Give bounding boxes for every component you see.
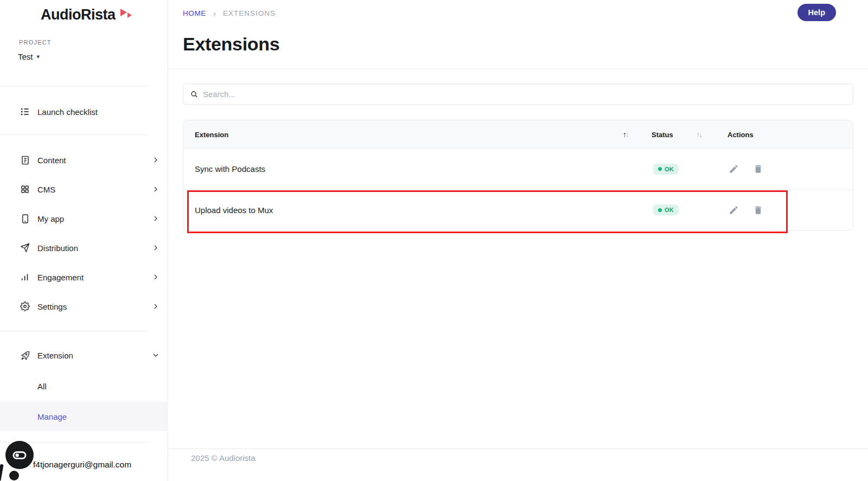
status-badge: OK	[653, 164, 679, 175]
app-logo: AudioRista	[41, 7, 116, 23]
sidebar: AudioRista PROJECT Test ▾ Launch checkli…	[0, 0, 168, 481]
sidebar-item-extension[interactable]: Extension	[0, 341, 168, 370]
sidebar-item-label: Launch checklist	[37, 107, 98, 117]
sidebar-item-label: All	[37, 382, 47, 391]
chevron-right-icon	[151, 302, 160, 311]
help-button[interactable]: Help	[797, 4, 836, 21]
gear-icon	[20, 301, 30, 312]
grid-icon	[20, 184, 30, 195]
delete-button[interactable]	[753, 204, 764, 215]
sidebar-item-launch-checklist[interactable]: Launch checklist	[0, 97, 168, 126]
widget-edge-shape	[0, 464, 4, 481]
user-avatar[interactable]	[5, 441, 34, 469]
app-window: AudioRista PROJECT Test ▾ Launch checkli…	[0, 0, 868, 481]
extensions-table: Extension ↑↓ Status ↑↓ Actions Sync with…	[183, 120, 853, 230]
table-row: Sync with Podcasts OK	[183, 149, 853, 189]
status-dot-icon	[658, 167, 662, 171]
search-input[interactable]	[203, 89, 846, 99]
sort-icon-extension[interactable]: ↑↓	[623, 120, 628, 149]
column-header-status: Status	[652, 120, 673, 149]
sidebar-subitem-manage[interactable]: Manage	[0, 402, 168, 431]
chevron-down-icon	[151, 351, 160, 360]
search-box	[183, 84, 853, 105]
project-label: PROJECT	[19, 39, 52, 46]
sort-icon-status[interactable]: ↑↓	[696, 120, 701, 149]
sidebar-item-label: Content	[37, 156, 66, 165]
delete-button[interactable]	[753, 164, 764, 175]
breadcrumb: HOME › EXTENSIONS	[183, 9, 276, 18]
breadcrumb-home-link[interactable]: HOME	[183, 9, 206, 17]
logo-play-icon	[120, 9, 127, 16]
footer-copyright: 2025 © Audiorista	[191, 453, 256, 463]
chevron-right-icon	[151, 156, 160, 164]
smartphone-icon	[20, 213, 30, 224]
project-value: Test	[18, 52, 33, 61]
breadcrumb-separator-icon: ›	[213, 9, 216, 18]
sidebar-item-my-app[interactable]: My app	[0, 204, 168, 233]
sidebar-item-engagement[interactable]: Engagement	[0, 262, 168, 292]
table-row: Upload videos to Mux OK	[183, 189, 853, 230]
rocket-icon	[20, 350, 30, 361]
sidebar-item-distribution[interactable]: Distribution	[0, 233, 168, 262]
document-icon	[20, 155, 30, 165]
chevron-right-icon	[151, 243, 160, 252]
breadcrumb-current: EXTENSIONS	[223, 9, 276, 17]
sidebar-item-label: Settings	[37, 302, 67, 311]
sidebar-item-cms[interactable]: CMS	[0, 175, 168, 204]
divider	[0, 331, 148, 331]
sidebar-item-label: Extension	[37, 351, 73, 360]
checklist-icon	[20, 106, 30, 117]
table-header: Extension ↑↓ Status ↑↓ Actions	[183, 120, 853, 149]
sidebar-subitem-all[interactable]: All	[0, 371, 168, 401]
status-text: OK	[665, 207, 674, 213]
edit-button[interactable]	[729, 204, 739, 215]
page-title: Extensions	[183, 34, 279, 55]
send-icon	[20, 242, 30, 253]
caret-down-icon: ▾	[37, 53, 40, 60]
extension-name: Sync with Podcasts	[195, 149, 265, 189]
extension-name: Upload videos to Mux	[195, 190, 273, 230]
logo-play-small-icon	[127, 12, 132, 18]
toggle-icon	[12, 447, 27, 463]
edit-button[interactable]	[729, 164, 739, 175]
avatar-tail-shape	[9, 471, 19, 480]
bar-chart-icon	[20, 272, 30, 283]
sidebar-item-content[interactable]: Content	[0, 145, 168, 175]
chevron-right-icon	[151, 185, 160, 194]
sidebar-item-label: Engagement	[37, 273, 84, 282]
project-selector[interactable]: Test ▾	[18, 52, 40, 61]
main-content: HOME › EXTENSIONS Help Extensions Extens…	[168, 0, 868, 481]
status-dot-icon	[658, 208, 662, 212]
search-icon	[190, 90, 199, 99]
status-text: OK	[665, 166, 674, 172]
divider	[168, 448, 868, 449]
column-header-actions: Actions	[727, 120, 754, 149]
divider	[0, 86, 148, 86]
chevron-right-icon	[151, 273, 160, 281]
divider	[0, 134, 148, 135]
divider	[168, 69, 868, 69]
sidebar-item-label: CMS	[37, 185, 55, 194]
sidebar-item-label: Distribution	[37, 243, 78, 253]
sidebar-item-label: My app	[37, 214, 64, 223]
chevron-right-icon	[151, 214, 160, 223]
user-email[interactable]: f4tjonagerguri@gmail.com	[33, 460, 131, 470]
sidebar-item-settings[interactable]: Settings	[0, 292, 168, 321]
status-badge: OK	[653, 204, 679, 215]
column-header-extension: Extension	[195, 120, 228, 149]
sidebar-item-label: Manage	[37, 412, 67, 421]
